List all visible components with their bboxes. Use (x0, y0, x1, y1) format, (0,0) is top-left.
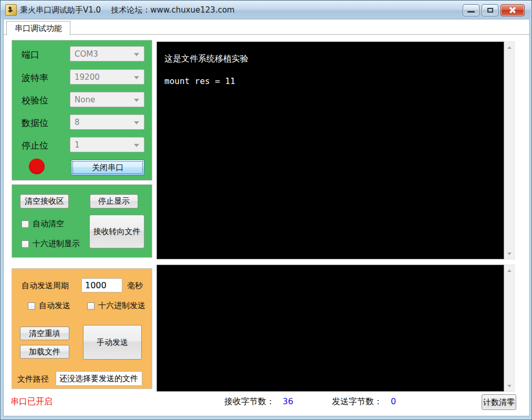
chevron-down-icon (134, 121, 139, 124)
load-file-button[interactable]: 加载文件 (20, 345, 69, 359)
scroll-up-icon[interactable] (504, 266, 514, 275)
receive-control-panel: 清空接收区 停止显示 自动清空 十六进制显示 接收转向文件 (12, 184, 152, 258)
minimize-icon (467, 11, 475, 13)
reset-count-button[interactable]: 计数清零 (482, 394, 516, 410)
chevron-down-icon (134, 99, 139, 102)
checkbox-icon (28, 302, 35, 310)
databits-select[interactable]: 8 (70, 114, 144, 130)
client-area: 串口调试功能 端口 波特率 校验位 数据位 停止位 COM3 19200 Non… (3, 19, 530, 416)
port-open-indicator (29, 159, 45, 174)
auto-send-checkbox[interactable]: 自动发送 (28, 301, 70, 311)
scroll-down-icon[interactable] (504, 249, 514, 258)
window-title: 秉火串口调试助手V1.0 技术论坛：www.chuxue123.com (20, 5, 235, 15)
auto-clear-checkbox[interactable]: 自动清空 (22, 219, 64, 229)
send-area-wrap (157, 265, 515, 392)
receive-area-wrap: 这是文件系统移植实验 mount res = 11 (157, 41, 515, 259)
close-serial-button[interactable]: 关闭串口 (71, 160, 144, 175)
maximize-icon (487, 8, 493, 13)
stop-display-button[interactable]: 停止显示 (90, 194, 138, 208)
send-bytes-label: 发送字节数： (332, 396, 382, 407)
serial-settings-panel: 端口 波特率 校验位 数据位 停止位 COM3 19200 None 8 1 关… (12, 40, 152, 181)
parity-label: 校验位 (22, 94, 48, 107)
auto-send-period-label: 自动发送周期 (22, 281, 69, 291)
checkbox-icon (87, 302, 95, 310)
send-text (164, 277, 496, 288)
send-textarea[interactable] (157, 265, 504, 392)
chevron-down-icon (134, 144, 139, 147)
stopbits-select[interactable]: 1 (70, 137, 144, 152)
receive-scrollbar[interactable] (504, 41, 515, 259)
hex-send-checkbox[interactable]: 十六进制发送 (87, 301, 145, 311)
title-bar: 秉火串口调试助手V1.0 技术论坛：www.chuxue123.com (1, 1, 531, 19)
port-label: 端口 (22, 49, 39, 61)
receive-textarea[interactable]: 这是文件系统移植实验 mount res = 11 (157, 41, 504, 259)
parity-select[interactable]: None (70, 92, 144, 107)
file-path-field[interactable]: 还没选择要发送的文件 (56, 371, 142, 386)
port-select[interactable]: COM3 (70, 46, 144, 61)
send-bytes-count: 0 (391, 396, 396, 406)
tab-serial-debug[interactable]: 串口调试功能 (6, 21, 70, 35)
app-window: 秉火串口调试助手V1.0 技术论坛：www.chuxue123.com 串口调试… (0, 0, 532, 420)
recv-bytes-count: 36 (283, 396, 293, 406)
recv-bytes-label: 接收字节数： (224, 396, 275, 407)
baudrate-label: 波特率 (22, 72, 48, 84)
stopbits-label: 停止位 (22, 140, 48, 152)
window-controls (463, 4, 528, 16)
period-input[interactable] (81, 278, 122, 292)
receive-line: 这是文件系统移植实验 (164, 54, 496, 65)
receive-line: mount res = 11 (164, 76, 496, 87)
hex-display-checkbox[interactable]: 十六进制显示 (22, 239, 80, 249)
clear-refill-button[interactable]: 清空重填 (20, 327, 69, 340)
app-logo-icon (5, 4, 17, 16)
maximize-button[interactable] (482, 4, 498, 16)
checkbox-icon (22, 240, 29, 248)
tab-strip: 串口调试功能 (4, 19, 529, 35)
file-path-label: 文件路径 (17, 374, 49, 384)
baudrate-select[interactable]: 19200 (70, 69, 144, 85)
scroll-up-icon[interactable] (504, 43, 514, 52)
chevron-down-icon (134, 53, 139, 56)
redirect-to-file-button[interactable]: 接收转向文件 (89, 215, 144, 248)
databits-label: 数据位 (22, 117, 48, 129)
clear-receive-button[interactable]: 清空接收区 (20, 194, 69, 208)
close-button[interactable] (500, 4, 525, 16)
send-scrollbar[interactable] (504, 265, 515, 392)
minimize-button[interactable] (463, 4, 479, 16)
port-status-text: 串口已开启 (11, 396, 53, 407)
manual-send-button[interactable]: 手动发送 (83, 325, 142, 360)
scroll-down-icon[interactable] (504, 381, 514, 391)
checkbox-icon (22, 220, 29, 228)
period-unit-label: 毫秒 (127, 281, 143, 291)
send-control-panel: 自动发送周期 毫秒 自动发送 十六进制发送 清空重填 加载文件 手动发送 文件路… (12, 268, 152, 389)
chevron-down-icon (134, 76, 139, 79)
